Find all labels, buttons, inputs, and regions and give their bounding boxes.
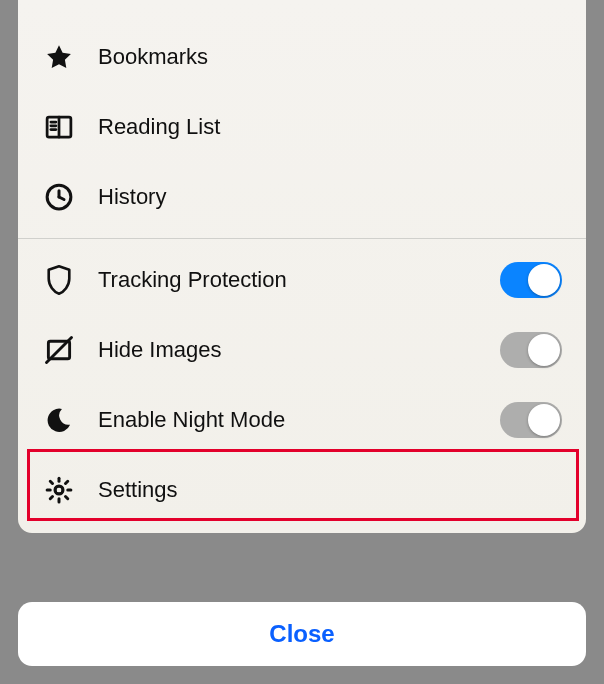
star-icon — [42, 40, 76, 74]
gear-icon — [42, 473, 76, 507]
svg-line-16 — [66, 497, 68, 499]
clock-icon — [42, 180, 76, 214]
close-button[interactable]: Close — [18, 602, 586, 666]
bookmarks-row[interactable]: Bookmarks — [18, 22, 586, 92]
hide-images-toggle[interactable] — [500, 332, 562, 368]
reading-list-icon — [42, 110, 76, 144]
tracking-protection-label: Tracking Protection — [98, 267, 500, 293]
reading-list-label: Reading List — [98, 114, 220, 140]
svg-line-18 — [66, 481, 68, 483]
close-label: Close — [269, 620, 334, 648]
history-row[interactable]: History — [18, 162, 586, 232]
night-mode-label: Enable Night Mode — [98, 407, 500, 433]
hide-images-row: Hide Images — [18, 315, 586, 385]
night-mode-toggle[interactable] — [500, 402, 562, 438]
bookmarks-label: Bookmarks — [98, 44, 208, 70]
tracking-protection-toggle[interactable] — [500, 262, 562, 298]
svg-line-15 — [50, 481, 52, 483]
night-mode-row: Enable Night Mode — [18, 385, 586, 455]
divider — [18, 238, 586, 239]
hide-images-label: Hide Images — [98, 337, 500, 363]
history-label: History — [98, 184, 166, 210]
reading-list-row[interactable]: Reading List — [18, 92, 586, 162]
settings-label: Settings — [98, 477, 178, 503]
tracking-protection-row: Tracking Protection — [18, 245, 586, 315]
action-sheet: Bookmarks Reading List History Tracking … — [18, 0, 586, 533]
clipped-row — [18, 10, 586, 22]
moon-icon — [42, 403, 76, 437]
shield-icon — [42, 263, 76, 297]
svg-point-10 — [55, 486, 63, 494]
svg-line-7 — [59, 197, 64, 200]
settings-row[interactable]: Settings — [18, 455, 586, 525]
svg-line-17 — [50, 497, 52, 499]
hide-images-icon — [42, 333, 76, 367]
